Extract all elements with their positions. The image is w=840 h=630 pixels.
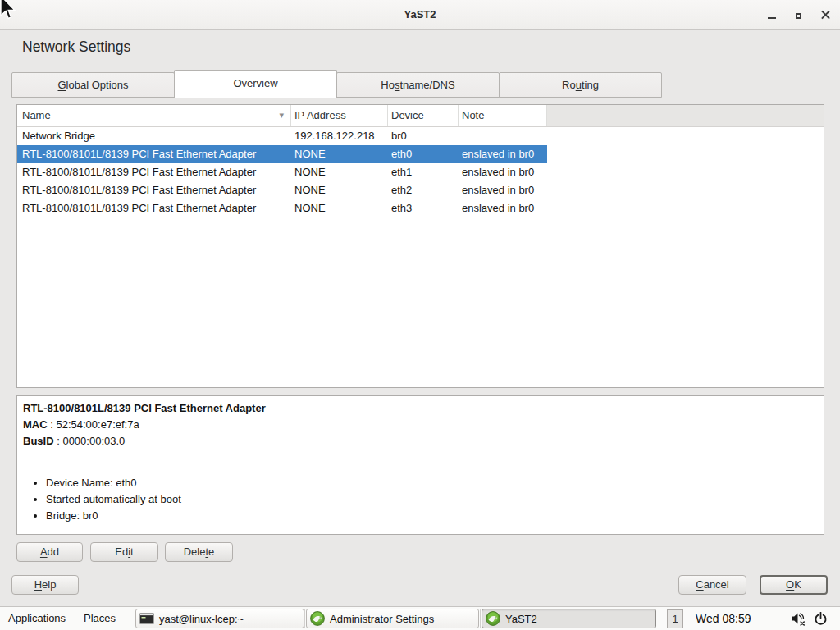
yast-icon <box>486 611 500 626</box>
tab-routing[interactable]: Routing <box>499 72 662 98</box>
desktop: YaST2 Network Settings Global Options Ov… <box>0 0 840 630</box>
table-row-eth0[interactable]: RTL-8100/8101L/8139 PCI Fast Ethernet Ad… <box>17 145 824 163</box>
column-header-name[interactable]: Name ▾ <box>17 105 291 126</box>
power-icon[interactable] <box>814 612 828 626</box>
busid-field: BusID : 0000:00:03.0 <box>23 433 815 450</box>
panel-separator <box>304 609 305 628</box>
delete-button[interactable]: Delete <box>165 542 233 562</box>
device-details-list: Device Name: eth0 Started automatically … <box>23 475 815 524</box>
table-header: Name ▾ IP Address Device Note <box>17 105 824 127</box>
table-row-bridge[interactable]: Network Bridge 192.168.122.218 br0 <box>17 127 824 145</box>
taskbar-item-yast2[interactable]: YaST2 <box>482 609 656 628</box>
device-details-panel: RTL-8100/8101L/8139 PCI Fast Ethernet Ad… <box>16 395 824 535</box>
tab-overview[interactable]: Overview <box>174 70 337 98</box>
sort-descending-icon[interactable]: ▾ <box>279 105 284 126</box>
ok-button[interactable]: OK <box>760 575 828 595</box>
minimize-button[interactable] <box>768 7 776 22</box>
cancel-button[interactable]: Cancel <box>678 575 746 595</box>
column-header-device[interactable]: Device <box>388 105 459 126</box>
tab-hostname-dns[interactable]: Hostname/DNS <box>336 72 500 98</box>
table-row-eth1[interactable]: RTL-8100/8101L/8139 PCI Fast Ethernet Ad… <box>17 163 824 181</box>
column-header-ip-address[interactable]: IP Address <box>291 105 388 126</box>
close-icon <box>821 10 830 19</box>
window-title: YaST2 <box>0 0 840 30</box>
table-row-eth3[interactable]: RTL-8100/8101L/8139 PCI Fast Ethernet Ad… <box>17 199 824 217</box>
workspace-switcher[interactable]: 1 <box>667 609 683 628</box>
maximize-button[interactable] <box>796 7 801 22</box>
tab-global-options[interactable]: Global Options <box>11 72 175 98</box>
taskbar: Applications Places yast@linux-lcep:~ Ad… <box>0 606 840 630</box>
terminal-icon <box>139 613 154 624</box>
table-row-eth2[interactable]: RTL-8100/8101L/8139 PCI Fast Ethernet Ad… <box>17 181 824 199</box>
help-button[interactable]: Help <box>11 575 79 595</box>
table-body: Network Bridge 192.168.122.218 br0 RTL-8… <box>17 127 824 217</box>
clock[interactable]: Wed 08:59 <box>696 607 751 630</box>
mac-value: 52:54:00:e7:ef:7a <box>56 418 139 431</box>
detail-device-name: Device Name: eth0 <box>46 475 815 491</box>
places-menu[interactable]: Places <box>84 607 116 630</box>
volume-muted-icon[interactable] <box>791 612 806 626</box>
taskbar-item-terminal[interactable]: yast@linux-lcep:~ <box>135 609 304 628</box>
tab-bar: Global Options Overview Hostname/DNS Rou… <box>11 70 662 98</box>
yast-icon <box>310 611 325 626</box>
detail-start-mode: Started automatically at boot <box>46 491 815 508</box>
column-header-note[interactable]: Note <box>459 105 547 126</box>
minimize-icon <box>768 17 776 19</box>
maximize-icon <box>796 13 801 19</box>
mouse-cursor <box>0 0 16 22</box>
device-details-title: RTL-8100/8101L/8139 PCI Fast Ethernet Ad… <box>23 400 815 417</box>
window-titlebar[interactable]: YaST2 <box>0 0 840 30</box>
edit-button[interactable]: Edit <box>90 542 158 562</box>
add-button[interactable]: Add <box>16 542 83 562</box>
column-header-filler <box>547 105 824 126</box>
close-button[interactable] <box>821 7 830 22</box>
taskbar-item-administrator-settings[interactable]: Administrator Settings <box>306 609 479 628</box>
busid-value: 0000:00:03.0 <box>62 435 125 447</box>
mac-field: MAC : 52:54:00:e7:ef:7a <box>23 417 815 433</box>
page-title: Network Settings <box>22 39 130 56</box>
interfaces-table: Name ▾ IP Address Device Note Network Br… <box>16 104 824 388</box>
applications-menu[interactable]: Applications <box>8 607 66 630</box>
panel-separator <box>480 609 481 628</box>
detail-bridge: Bridge: br0 <box>46 508 815 524</box>
